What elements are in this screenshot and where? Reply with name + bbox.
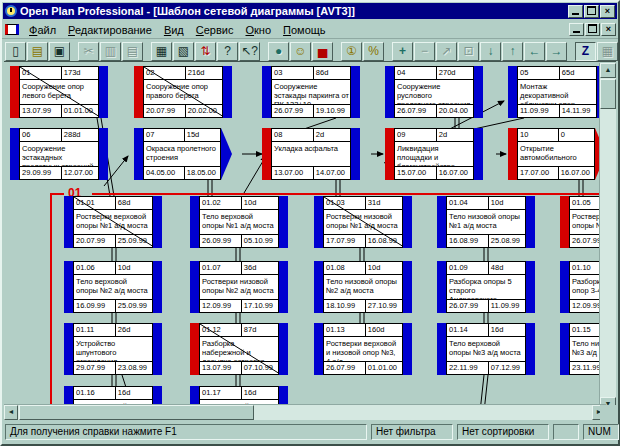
vertical-scroll-thumb[interactable] [600, 79, 616, 109]
task-box-04[interactable]: 04270dСооружение руслового пролетного ст… [385, 66, 483, 118]
task-table: 0386dСооружение эстакады паркинга от ПК … [271, 66, 351, 118]
task-name: Сооружение опор правого берега [144, 80, 222, 104]
task-box-05[interactable]: 0565dМонтаж декоративной облицовки опор1… [508, 66, 606, 118]
task-table: 01.1126dУстройство шпунтового ограждения… [73, 323, 153, 375]
task-box-01.08[interactable]: 01.0810dТело низовой опоры №2 а/д моста1… [314, 261, 412, 313]
task-box-06[interactable]: 06288dСооружение эстакадных пролетных ст… [10, 128, 108, 180]
task-id: 01.06 [74, 262, 116, 274]
move-right-button[interactable]: → [546, 42, 567, 61]
task-table: 01173dСооружение опор левого берега13.07… [19, 66, 99, 118]
histogram-view-button[interactable]: ▅ [312, 42, 333, 61]
task-id: 01.04 [447, 197, 489, 209]
task-duration: 31d [366, 197, 402, 209]
copy-icon: ▥ [105, 45, 116, 57]
zoom-button[interactable]: Z [575, 42, 596, 61]
task-table: 01.0410dТело низовой опоры №1 а/д моста1… [446, 196, 526, 248]
print-button[interactable]: ▦ [151, 42, 172, 61]
horizontal-scrollbar[interactable]: ◄ ► [4, 404, 606, 420]
save-button[interactable]: ▣ [49, 42, 70, 61]
bracket-left [508, 128, 517, 180]
task-table: 01.0810dТело низовой опоры №2 а/д моста1… [323, 261, 403, 313]
task-id: 09 [395, 129, 437, 141]
task-box-03[interactable]: 0386dСооружение эстакады паркинга от ПК … [262, 66, 360, 118]
network-diagram-canvas[interactable]: 01 01173dСооружение опор левого берега13… [4, 63, 606, 412]
paste-button[interactable]: ▤ [122, 42, 143, 61]
resource-view-button[interactable]: ☺ [290, 42, 311, 61]
scroll-up-icon[interactable]: ▲ [600, 63, 616, 78]
task-box-01.01[interactable]: 01.0168dРостверки верховой опоры №1 а/д … [64, 196, 162, 248]
open-file-button[interactable]: ▤ [27, 42, 48, 61]
task-box-08[interactable]: 082dУкладка асфальта13.07.0014.07.00 [262, 128, 360, 180]
menu-item-сервис[interactable]: Сервис [190, 22, 240, 38]
menu-item-помощь[interactable]: Помощь [277, 22, 332, 38]
menu-item-файл[interactable]: Файл [23, 22, 62, 38]
task-name: Открытие автомобильного [518, 142, 594, 166]
restore-button[interactable] [584, 5, 599, 18]
task-box-01.12[interactable]: 01.1287dРазборка набережной и досыпка ос… [190, 323, 288, 375]
task-box-09[interactable]: 092dЛиквидация площадки и благоустройств… [385, 128, 483, 180]
task-box-01.14[interactable]: 01.1416dТело верховой опоры №3 а/д моста… [437, 323, 535, 375]
group-outline [50, 193, 52, 412]
add-subnet-button[interactable]: ⊡ [458, 42, 479, 61]
child-close-button[interactable]: × [601, 23, 616, 36]
task-name: Ростверки низовой опоры №2 а/д моста [200, 275, 278, 299]
remove-activity-icon: − [421, 45, 428, 57]
task-table: 082dУкладка асфальта13.07.0014.07.00 [271, 128, 351, 180]
task-id: 01.17 [200, 387, 242, 399]
task-box-01.11[interactable]: 01.1126dУстройство шпунтового ограждения… [64, 323, 162, 375]
move-down-button[interactable]: ↓ [480, 42, 501, 61]
new-file-button[interactable]: ▯ [5, 42, 26, 61]
child-minimize-button[interactable] [569, 23, 584, 36]
move-left-button[interactable]: ← [524, 42, 545, 61]
task-box-02[interactable]: 02216dСооружение опор правого берега20.0… [134, 66, 232, 118]
remove-activity-button[interactable]: − [414, 42, 435, 61]
menu-item-редактирование[interactable]: Редактирование [62, 22, 158, 38]
task-box-01.02[interactable]: 01.0210dТело верховой опоры №1 а/д моста… [190, 196, 288, 248]
task-name: Разборка опоры 5 старого Андреевского [447, 275, 525, 299]
print-preview-button[interactable]: ▧ [173, 42, 194, 61]
horizontal-scroll-thumb[interactable] [19, 405, 254, 420]
calendar-button[interactable]: ▦ [597, 42, 618, 61]
task-start-date: 16.09.99 [74, 300, 116, 312]
cost-button[interactable]: ① [341, 42, 362, 61]
close-button[interactable]: × [600, 5, 615, 18]
task-box-01.07[interactable]: 01.0736dРостверки низовой опоры №2 а/д м… [190, 261, 288, 313]
task-box-01[interactable]: 01173dСооружение опор левого берега13.07… [10, 66, 108, 118]
copy-button[interactable]: ▥ [100, 42, 121, 61]
document-icon[interactable] [5, 24, 19, 35]
cut-button[interactable]: ✂ [78, 42, 99, 61]
task-box-01.09[interactable]: 01.0948dРазборка опоры 5 старого Андреев… [437, 261, 535, 313]
scroll-left-icon[interactable]: ◄ [4, 405, 18, 420]
task-box-01.06[interactable]: 01.0610dТело верховой опоры №2 а/д моста… [64, 261, 162, 313]
child-restore-button[interactable] [585, 23, 600, 36]
add-link-button[interactable]: ↗ [436, 42, 457, 61]
percent-complete-button[interactable]: % [363, 42, 384, 61]
menu-item-окно[interactable]: Окно [239, 22, 277, 38]
task-id: 01 [20, 67, 62, 79]
move-up-button[interactable]: ↑ [502, 42, 523, 61]
task-box-01.13[interactable]: 01.13160dРостверки верховой и низовой оп… [314, 323, 412, 375]
menu-bar: ФайлРедактированиеВидСервисОкноПомощь × [2, 20, 618, 39]
network-view-button[interactable]: ● [268, 42, 289, 61]
task-name: Укладка асфальта [272, 142, 350, 166]
exchange-button[interactable]: ⇅ [195, 42, 216, 61]
task-duration: 16d [116, 387, 152, 399]
window-title: Open Plan Professional - [Шаблон сетевой… [20, 5, 564, 17]
vertical-scrollbar[interactable]: ▲ ▼ [599, 63, 616, 412]
calendar-icon: ▦ [602, 45, 613, 57]
help-button[interactable]: ? [217, 42, 238, 61]
add-activity-button[interactable]: + [392, 42, 413, 61]
task-box-01.03[interactable]: 01.0331dРостверки низовой опоры №1 а/д м… [314, 196, 412, 248]
minimize-button[interactable] [568, 5, 583, 18]
task-box-01.04[interactable]: 01.0410dТело низовой опоры №1 а/д моста1… [437, 196, 535, 248]
task-box-07[interactable]: 0715dОкраска пролетного строения04.05.00… [134, 128, 232, 180]
menu-item-вид[interactable]: Вид [158, 22, 190, 38]
task-box-10[interactable]: 100Открытие автомобильного17.07.0016.07.… [508, 128, 606, 180]
bracket-left [64, 323, 73, 375]
paste-icon: ▤ [127, 45, 138, 57]
context-help-button[interactable]: ↖? [239, 42, 260, 61]
task-id: 01.03 [324, 197, 366, 209]
task-id: 05 [518, 67, 560, 79]
task-id: 01.13 [324, 324, 366, 336]
task-start-date: 26.07.99 [272, 105, 314, 117]
